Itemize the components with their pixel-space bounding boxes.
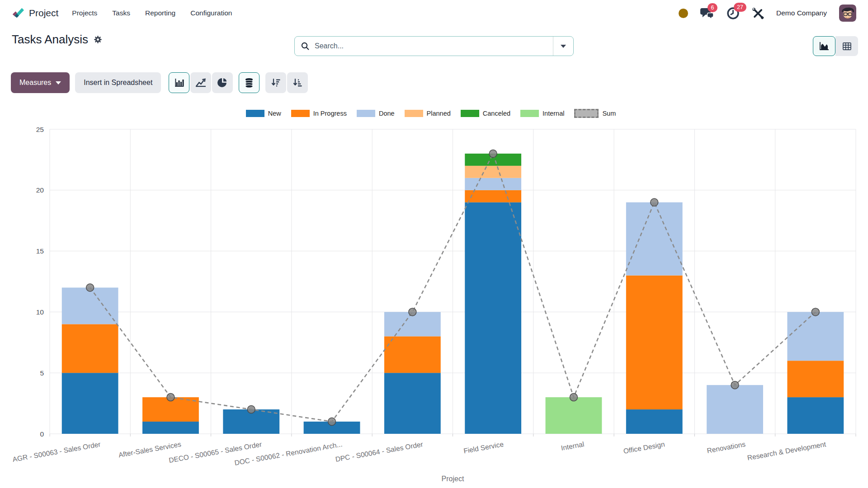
legend-swatch — [357, 110, 375, 117]
messages-badge: 6 — [708, 3, 717, 13]
measures-label: Measures — [19, 79, 51, 87]
search-bar — [294, 36, 574, 56]
chart-legend: NewIn ProgressDonePlannedCanceledInterna… — [0, 109, 868, 118]
search-icon — [301, 42, 309, 50]
bar-segment-new[interactable] — [787, 397, 844, 434]
bar-segment-in-progress[interactable] — [626, 276, 683, 410]
chevron-down-icon — [561, 45, 566, 48]
x-axis-label: Research & Development — [746, 440, 827, 462]
bar-segment-new[interactable] — [62, 373, 118, 434]
sum-marker — [731, 381, 739, 389]
sort-descending-button[interactable] — [265, 72, 286, 93]
activities-badge: 27 — [734, 3, 746, 12]
legend-item-planned[interactable]: Planned — [405, 110, 451, 117]
legend-item-internal[interactable]: Internal — [520, 110, 564, 117]
bar-segment-done[interactable] — [707, 385, 763, 434]
x-axis-label: Internal — [561, 440, 585, 452]
sum-marker — [167, 394, 175, 401]
bar-segment-internal[interactable] — [546, 397, 602, 434]
nav-item-configuration[interactable]: Configuration — [190, 9, 232, 17]
x-axis-label: DPC - S00064 - Sales Order — [335, 440, 423, 463]
sum-marker — [86, 284, 94, 291]
company-name[interactable]: Demo Company — [776, 9, 827, 17]
app-name: Project — [29, 8, 58, 19]
x-axis-label: Office Design — [623, 440, 665, 455]
svg-text:20: 20 — [36, 186, 44, 194]
sum-marker — [651, 198, 658, 206]
search-input[interactable] — [314, 42, 553, 51]
legend-swatch — [574, 109, 599, 118]
bar-segment-done[interactable] — [465, 178, 521, 190]
bar-segment-in-progress[interactable] — [384, 336, 441, 373]
legend-label: Canceled — [483, 110, 510, 117]
bar-segment-in-progress[interactable] — [787, 361, 844, 397]
nav-item-projects[interactable]: Projects — [72, 9, 97, 17]
graph-toolbar: Measures Insert in Spreadsheet — [0, 71, 868, 94]
bar-segment-done[interactable] — [62, 287, 118, 324]
legend-item-sum[interactable]: Sum — [574, 109, 616, 118]
sum-marker — [328, 418, 336, 426]
insert-spreadsheet-label: Insert in Spreadsheet — [84, 79, 152, 87]
top-navbar: Project Projects Tasks Reporting Configu… — [0, 0, 868, 26]
bar-segment-in-progress[interactable] — [62, 324, 118, 373]
sum-marker — [409, 308, 416, 316]
pivot-view-button[interactable] — [835, 36, 858, 56]
legend-swatch — [246, 110, 264, 117]
view-switcher — [813, 36, 858, 56]
bar-chart-button[interactable] — [169, 72, 189, 93]
svg-text:15: 15 — [36, 247, 44, 255]
legend-item-done[interactable]: Done — [357, 110, 395, 117]
view-settings-gear-icon[interactable] — [94, 35, 102, 44]
stacked-toggle-button[interactable] — [239, 72, 259, 93]
x-axis-label: AGR - S00063 - Sales Order — [12, 440, 101, 463]
bar-segment-planned[interactable] — [465, 166, 521, 178]
bar-segment-new[interactable] — [626, 409, 683, 434]
sum-marker — [247, 406, 255, 413]
status-dot-icon[interactable] — [679, 9, 688, 18]
legend-label: Internal — [542, 110, 564, 117]
sum-marker — [811, 308, 819, 316]
measures-button[interactable]: Measures — [11, 72, 70, 93]
app-switcher[interactable]: Project — [11, 6, 58, 20]
chart-type-group — [169, 72, 233, 93]
project-app-logo-icon — [11, 6, 24, 20]
sum-marker — [570, 394, 577, 401]
search-options-toggle[interactable] — [553, 37, 573, 56]
legend-item-canceled[interactable]: Canceled — [461, 110, 510, 117]
line-chart-button[interactable] — [190, 72, 211, 93]
legend-item-new[interactable]: New — [246, 110, 281, 117]
svg-text:0: 0 — [40, 430, 44, 438]
bar-segment-new[interactable] — [465, 202, 521, 434]
svg-text:25: 25 — [36, 126, 44, 133]
tools-icon[interactable] — [752, 7, 764, 19]
sum-marker — [489, 150, 497, 157]
messages-icon[interactable]: 6 — [700, 7, 714, 19]
sort-ascending-button[interactable] — [287, 72, 308, 93]
nav-item-reporting[interactable]: Reporting — [145, 9, 175, 17]
bar-segment-done[interactable] — [626, 202, 683, 276]
x-axis-label: Field Service — [463, 440, 504, 455]
graph-view-button[interactable] — [813, 36, 835, 56]
x-axis-title: Project — [442, 475, 464, 483]
legend-label: Planned — [427, 110, 451, 117]
legend-item-in-progress[interactable]: In Progress — [291, 110, 347, 117]
page-title: Tasks Analysis — [12, 33, 88, 47]
svg-text:10: 10 — [36, 308, 44, 316]
activities-clock-icon[interactable]: 27 — [726, 7, 740, 20]
legend-label: In Progress — [313, 110, 347, 117]
systray: 6 27 Demo Company — [679, 5, 856, 22]
bar-segment-new[interactable] — [384, 373, 441, 434]
nav-item-tasks[interactable]: Tasks — [112, 9, 130, 17]
legend-label: New — [268, 110, 281, 117]
insert-in-spreadsheet-button[interactable]: Insert in Spreadsheet — [75, 72, 161, 93]
control-panel: Tasks Analysis — [0, 26, 868, 58]
sort-group — [265, 72, 308, 93]
legend-swatch — [291, 110, 310, 117]
x-axis-label: Renovations — [706, 440, 746, 455]
bar-segment-new[interactable] — [142, 422, 199, 434]
pie-chart-button[interactable] — [212, 72, 233, 93]
bar-segment-done[interactable] — [787, 312, 844, 361]
chevron-down-icon — [56, 81, 61, 84]
legend-swatch — [520, 110, 539, 117]
user-avatar[interactable] — [839, 5, 856, 22]
